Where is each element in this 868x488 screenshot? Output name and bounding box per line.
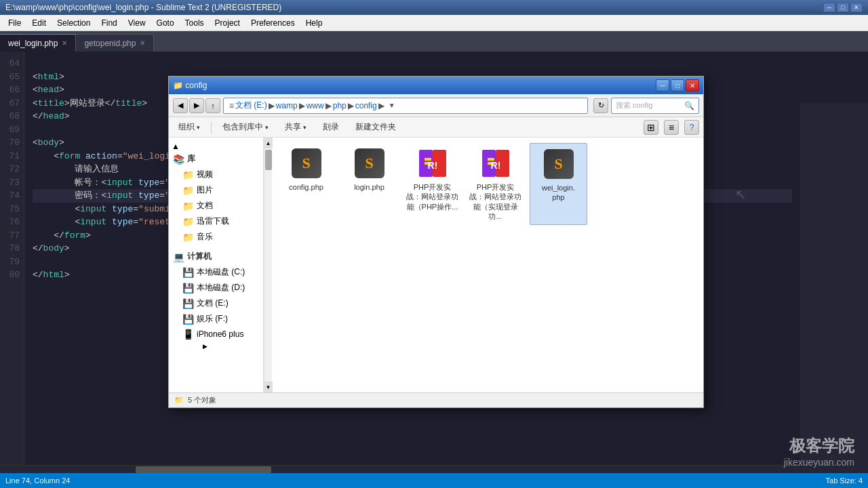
file-label-wei-login: wei_login.php [542, 183, 575, 203]
library-icon: 📚 [173, 154, 184, 165]
file-item-login-php[interactable]: S login.php [340, 143, 398, 225]
tab-wei-login[interactable]: wei_login.php ✕ [0, 34, 76, 52]
sublime-icon-config: S [292, 148, 321, 178]
sidebar-expand-arrow[interactable]: ▶ [169, 342, 263, 350]
fe-up-button[interactable]: ↑ [205, 98, 220, 113]
fe-forward-button[interactable]: ▶ [189, 98, 204, 113]
fe-title-bar: 📁 config ─ □ ✕ [169, 77, 703, 94]
scroll-thumb[interactable] [265, 150, 272, 170]
sublime-icon-wei-login: S [544, 149, 574, 179]
menu-bar: File Edit Selection Find View Goto Tools… [0, 15, 868, 31]
fe-window-title: 📁 config [173, 81, 207, 90]
path-config[interactable]: config [355, 101, 377, 110]
path-wamp[interactable]: wamp [276, 101, 298, 110]
file-icon-config: S [290, 147, 323, 180]
fe-main: ▲ 📚 库 📁 视频 📁 图片 📁 文档 📁 迅雷下载 � [169, 138, 703, 392]
sidebar-item-e-drive[interactable]: 💾 文档 (E:) [169, 296, 263, 311]
sidebar-item-c-drive[interactable]: 💾 本地磁盘 (C:) [169, 264, 263, 280]
fe-share-button[interactable]: 共享 ▾ [279, 120, 312, 134]
fe-view-details[interactable]: ≡ [664, 120, 679, 135]
menu-preferences[interactable]: Preferences [245, 17, 300, 29]
editor-scrollbar[interactable] [0, 465, 800, 473]
folder-icon: 📁 [182, 185, 194, 196]
line-numbers: 64 65 66 67 68 69 70 71 72 73 74 75 76 7… [0, 52, 24, 473]
sidebar-pictures-label: 图片 [197, 184, 213, 196]
menu-help[interactable]: Help [300, 17, 328, 29]
sidebar-item-video[interactable]: 📁 视频 [169, 167, 263, 182]
sidebar-section-computer[interactable]: 💻 计算机 [169, 249, 263, 264]
menu-file[interactable]: File [3, 17, 26, 29]
file-item-tutorial1[interactable]: R! PHP开发实战：网站登录功能（PHP操作... [403, 143, 461, 225]
menu-edit[interactable]: Edit [26, 17, 52, 29]
menu-tools[interactable]: Tools [180, 17, 210, 29]
code-line-64 [33, 57, 792, 70]
fe-status-text: 5 个对象 [188, 395, 216, 405]
sidebar-item-thunder[interactable]: 📁 迅雷下载 [169, 214, 263, 229]
maximize-button[interactable]: □ [837, 3, 849, 12]
minimize-button[interactable]: ─ [823, 3, 835, 12]
fe-address-bar: ◀ ▶ ↑ ≡ 文档 (E:) ▶ wamp ▶ www ▶ php ▶ con… [169, 94, 703, 117]
svg-text:R!: R! [490, 160, 500, 171]
fe-close-button[interactable]: ✕ [686, 79, 699, 92]
sidebar-library-label: 库 [187, 153, 195, 165]
fe-view-toggle[interactable]: ⊞ [644, 120, 658, 135]
drive-icon: 💾 [182, 298, 194, 309]
path-php[interactable]: php [333, 101, 347, 110]
file-icon-tutorial1: R! [416, 147, 449, 180]
svg-text:R!: R! [427, 160, 437, 171]
fe-sidebar-scrollbar[interactable]: ▲ ▼ [264, 138, 272, 392]
fe-organize-button[interactable]: 组织 ▾ [173, 120, 205, 134]
tab-getopenid-close[interactable]: ✕ [140, 39, 145, 47]
sidebar-item-documents[interactable]: 📁 文档 [169, 198, 263, 214]
scroll-down-arrow[interactable]: ▼ [264, 382, 273, 392]
menu-find[interactable]: Find [96, 17, 122, 29]
sidebar-item-pictures[interactable]: 📁 图片 [169, 182, 263, 198]
tab-getopenid-label: getopenid.php [84, 39, 136, 48]
menu-selection[interactable]: Selection [52, 17, 96, 29]
sidebar-section-library[interactable]: 📚 库 [169, 151, 263, 167]
sidebar-item-iphone[interactable]: 📱 iPhone6 plus [169, 327, 263, 342]
fe-new-folder-button[interactable]: 新建文件夹 [350, 120, 401, 134]
fe-back-button[interactable]: ◀ [173, 98, 188, 113]
sidebar-item-f-drive[interactable]: 💾 娱乐 (F:) [169, 311, 263, 327]
path-www[interactable]: www [307, 101, 324, 110]
sidebar-item-d-drive[interactable]: 💾 本地磁盘 (D:) [169, 280, 263, 296]
file-label-tutorial2: PHP开发实战：网站登录功能（实现登录功... [469, 182, 521, 221]
fe-maximize-button[interactable]: □ [671, 79, 684, 92]
fe-burn-button[interactable]: 刻录 [317, 120, 344, 134]
fe-toolbar: 组织 ▾ 包含到库中 ▾ 共享 ▾ 刻录 新建文件夹 ⊞ ≡ ? [169, 117, 703, 138]
fe-help-button[interactable]: ? [684, 120, 699, 135]
path-dropdown[interactable]: ▼ [389, 102, 395, 109]
path-root[interactable]: 文档 (E:) [235, 100, 267, 111]
drive-icon: 💾 [182, 283, 194, 293]
fe-title-buttons: ─ □ ✕ [656, 79, 699, 92]
file-label-tutorial1: PHP开发实战：网站登录功能（PHP操作... [406, 182, 458, 211]
sidebar-scroll-up[interactable]: ▲ [169, 140, 263, 151]
fe-refresh-button[interactable]: ↻ [593, 98, 608, 113]
file-item-config-php[interactable]: S config.php [277, 143, 335, 225]
fe-path-bar[interactable]: ≡ 文档 (E:) ▶ wamp ▶ www ▶ php ▶ config ▶ … [223, 98, 588, 114]
menu-goto[interactable]: Goto [151, 17, 180, 29]
folder-icon: 📁 [182, 216, 194, 227]
file-label-config: config.php [289, 182, 323, 192]
scroll-up-arrow[interactable]: ▲ [264, 138, 273, 148]
close-button[interactable]: ✕ [850, 3, 863, 12]
fe-search-box[interactable]: 搜索 config 🔍 [611, 98, 699, 114]
file-item-tutorial2[interactable]: R! PHP开发实战：网站登录功能（实现登录功... [467, 143, 524, 225]
menu-view[interactable]: View [123, 17, 151, 29]
toolbar-separator-1 [211, 121, 212, 134]
sidebar-item-music[interactable]: 📁 音乐 [169, 229, 263, 245]
file-icon-login: S [353, 147, 386, 180]
file-item-wei-login-php[interactable]: S wei_login.php [530, 143, 587, 225]
file-explorer: 📁 config ─ □ ✕ ◀ ▶ ↑ ≡ 文档 (E:) ▶ wamp ▶ … [168, 76, 704, 408]
status-position: Line 74, Column 24 [5, 476, 70, 485]
file-icon-tutorial2: R! [479, 147, 512, 180]
sidebar-video-label: 视频 [197, 169, 213, 180]
fe-include-library-button[interactable]: 包含到库中 ▾ [217, 120, 274, 134]
status-tabsize: Tab Size: 4 [826, 476, 863, 485]
fe-minimize-button[interactable]: ─ [656, 79, 669, 92]
menu-project[interactable]: Project [210, 17, 245, 29]
tab-getopenid[interactable]: getopenid.php ✕ [76, 34, 154, 52]
fe-folder-icon-status: 📁 [174, 396, 184, 405]
tab-wei-login-close[interactable]: ✕ [62, 39, 67, 47]
